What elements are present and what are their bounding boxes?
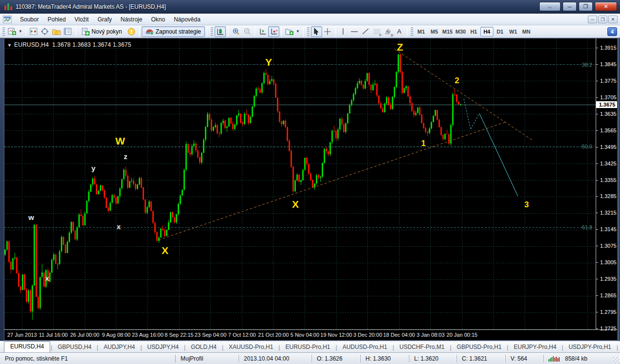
chat-badge[interactable]: 4 xyxy=(607,27,617,36)
chart-tab-eurusd-pro-h1[interactable]: EURUSD-Pro,H1 xyxy=(280,342,335,352)
expert-warning-button[interactable] xyxy=(126,26,137,37)
vertical-line-tool[interactable] xyxy=(338,26,349,37)
navigator-button[interactable] xyxy=(51,26,62,37)
templates-button[interactable]: ▼ xyxy=(284,26,301,37)
window-switch-button[interactable]: ⇔ xyxy=(539,2,561,11)
chart-tab-eurjpy-pro-h4[interactable]: EURJPY-Pro,H4 xyxy=(509,342,562,352)
terminal-button[interactable] xyxy=(62,26,73,37)
timeframe-h1[interactable]: H1 xyxy=(467,27,480,36)
menu-item-grafy[interactable]: Grafy xyxy=(93,15,116,24)
horizontal-line-tool[interactable] xyxy=(349,26,360,37)
time-tick: 7 Oct 12:00 xyxy=(228,332,256,338)
terminal-icon xyxy=(64,28,72,35)
chart-tab-usdjpy-pro-h1[interactable]: USDJPY-Pro,H1 xyxy=(564,342,616,352)
chart-tab-audusd-pro-h1[interactable]: AUDUSD-Pro,H1 xyxy=(338,342,392,352)
chart-dropdown-arrow-icon[interactable]: ▼ xyxy=(7,43,12,48)
chart-symbol-label: EURUSD,H4 xyxy=(14,41,49,48)
status-profile[interactable]: MujProfil xyxy=(175,355,238,363)
mdi-close-button[interactable]: ✕ xyxy=(608,16,618,23)
price-tick: 1.3775 xyxy=(600,78,617,84)
timeframe-m15[interactable]: M15 xyxy=(441,27,454,36)
trend-line xyxy=(395,49,532,140)
chart-window: ▼EURUSD,H4 1.3678 1.3683 1.3674 1.3675 3… xyxy=(4,38,617,341)
wave-label-y: Y xyxy=(265,56,272,68)
new-order-button[interactable]: Nový pokyn xyxy=(78,26,126,37)
wave-label-w: W xyxy=(115,135,125,146)
price-axis[interactable]: 1.39151.38451.37751.37051.36351.35651.34… xyxy=(596,38,618,329)
toolbar-grip[interactable] xyxy=(411,27,413,36)
fib-level-label: 50.0 xyxy=(582,144,592,149)
data-window-button[interactable] xyxy=(39,26,51,37)
enable-strategy-label: Zapnout strategie xyxy=(156,28,201,35)
close-button[interactable]: ✕ xyxy=(595,2,617,11)
time-tick: 27 Jun 2013 xyxy=(7,332,37,338)
chart-ohlc-values: 1.3678 1.3683 1.3674 1.3675 xyxy=(52,41,131,48)
price-tick: 1.3075 xyxy=(600,243,617,249)
candlestick-plot[interactable]: ▼EURUSD,H4 1.3678 1.3683 1.3674 1.3675 3… xyxy=(4,38,596,329)
timeframe-h4[interactable]: H4 xyxy=(480,27,493,36)
new-chart-button[interactable]: ▼ xyxy=(6,26,24,37)
menu-item-nápověda[interactable]: Nápověda xyxy=(169,15,205,24)
zoom-out-button[interactable] xyxy=(241,26,253,37)
candlestick-mode-button[interactable] xyxy=(215,26,226,37)
chart-tab-gbpusd-pro-h1[interactable]: GBPUSD-Pro,H1 xyxy=(452,342,507,352)
mdi-minimize-button[interactable]: ─ xyxy=(588,16,597,23)
time-tick: 23 Sep 04:00 xyxy=(195,332,226,338)
market-watch-button[interactable] xyxy=(28,26,39,37)
window-title: 110387: MetaTrader4 Admiral Markets AS -… xyxy=(16,3,166,10)
chart-tab-gold-h4[interactable]: GOLD,H4 xyxy=(186,342,221,352)
status-high: H: 1.3630 xyxy=(360,355,409,363)
timeframe-m5[interactable]: M5 xyxy=(428,27,441,36)
pitchfork-tool[interactable]: D xyxy=(383,26,394,37)
fib-level-label: 61.8 xyxy=(582,224,592,230)
chart-tab-xauusd-pro-h1[interactable]: XAUUSD-Pro,H1 xyxy=(224,342,278,352)
navigator-star-icon xyxy=(52,28,61,36)
auto-scroll-button[interactable] xyxy=(268,26,279,37)
menu-item-vložit[interactable]: Vložit xyxy=(70,15,93,24)
fibonacci-tool[interactable]: F xyxy=(371,26,383,37)
zoom-in-button[interactable] xyxy=(230,26,241,37)
crosshair-tool-button[interactable] xyxy=(322,26,333,37)
toolbar-grip[interactable] xyxy=(307,27,310,36)
chart-tab-eurusd-h4[interactable]: EURUSD,H4 xyxy=(4,341,50,352)
chart-shift-button[interactable] xyxy=(257,26,268,37)
chart-tab-audjpy-h4[interactable]: AUDJPY,H4 xyxy=(99,342,140,352)
wave-label-y: y xyxy=(91,164,96,172)
menu-bar: SouborPohledVložitGrafyNástrojeOknoNápov… xyxy=(0,14,620,25)
menu-item-okno[interactable]: Okno xyxy=(146,15,169,24)
chart-shift-icon xyxy=(259,28,267,36)
maximize-button[interactable]: ❐ xyxy=(579,2,593,11)
strategy-icon xyxy=(146,28,154,35)
chart-tab-usdchf-pro-m1[interactable]: USDCHF-Pro,M1 xyxy=(395,342,450,352)
menu-item-nástroje[interactable]: Nástroje xyxy=(116,15,147,24)
toolbar-grip[interactable] xyxy=(211,27,213,36)
horizontal-line-icon xyxy=(350,29,358,35)
resize-grip[interactable] xyxy=(613,357,620,364)
chart-tab-gbpusd-h4[interactable]: GBPUSD,H4 xyxy=(53,342,96,352)
enable-strategy-button[interactable]: Zapnout strategie xyxy=(142,26,205,37)
text-tool[interactable]: A xyxy=(394,26,405,37)
cursor-icon xyxy=(313,28,320,35)
timeframe-mn[interactable]: MN xyxy=(520,27,533,36)
timeframe-m30[interactable]: M30 xyxy=(454,27,467,36)
time-axis[interactable]: 27 Jun 201311 Jul 16:0026 Jul 00:009 Aug… xyxy=(4,329,618,341)
toolbar-grip[interactable] xyxy=(2,27,5,36)
cursor-tool-button[interactable] xyxy=(311,26,322,37)
price-tick: 1.3635 xyxy=(600,111,617,117)
new-order-label: Nový pokyn xyxy=(91,28,122,35)
timeframe-w1[interactable]: W1 xyxy=(507,27,520,36)
timeframe-d1[interactable]: D1 xyxy=(493,27,507,36)
price-tick: 1.2935 xyxy=(600,276,617,282)
trendline-tool[interactable] xyxy=(360,26,371,37)
minimize-button[interactable]: ─ xyxy=(563,2,577,11)
timeframe-m1[interactable]: M1 xyxy=(415,27,428,36)
menu-item-soubor[interactable]: Soubor xyxy=(16,15,43,24)
time-tick: 3 Dec 20:00 xyxy=(353,332,382,338)
price-tick: 1.3495 xyxy=(600,144,617,150)
mdi-restore-button[interactable]: ❐ xyxy=(598,16,607,23)
chart-tab-usdjpy-h4[interactable]: USDJPY,H4 xyxy=(143,342,183,352)
wave-label-x: x xyxy=(45,274,50,282)
status-traffic: 858/4 kb xyxy=(543,355,620,363)
menu-item-pohled[interactable]: Pohled xyxy=(43,15,70,24)
fibo-letter: F xyxy=(380,34,382,37)
